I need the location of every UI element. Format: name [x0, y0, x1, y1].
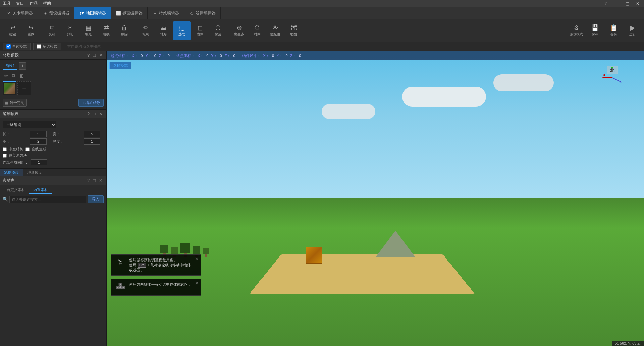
asset-help-icon[interactable]: ? — [86, 178, 91, 183]
game-mode-button[interactable]: ⚙ 游戏模式 — [568, 21, 585, 40]
tab-logic-editor[interactable]: ◇ 逻辑编辑器 — [184, 7, 221, 19]
end-x-label: X： — [198, 53, 204, 58]
single-select-checkbox[interactable] — [6, 44, 11, 49]
preset-editor-icon: ◈ — [43, 11, 48, 16]
spacing-input[interactable] — [31, 159, 47, 165]
cut-button[interactable]: ✂ 剪切 — [61, 21, 79, 40]
brush-type-select[interactable]: 半球笔刷 — [3, 121, 56, 128]
terrain-button[interactable]: ⛰ 地形 — [155, 21, 172, 40]
material-item-empty[interactable]: + — [17, 81, 31, 95]
add-component-btn[interactable]: + 增加成分 — [78, 99, 104, 107]
menu-help[interactable]: 帮助 — [43, 1, 51, 6]
start-coord-group: 起点坐标： X： 0 Y： 0 Z： 0 — [111, 53, 170, 58]
minimize-btn[interactable]: — — [613, 1, 621, 7]
arrow-keys-icon — [115, 282, 126, 293]
asset-tab-builtin[interactable]: 内置素材 — [29, 186, 52, 194]
spawn-button[interactable]: ⊕ 出生点 — [230, 21, 248, 40]
material-help-icon[interactable]: ? — [86, 52, 91, 58]
preset-edit-icon[interactable]: ✏ — [3, 72, 9, 79]
tab-ui-editor[interactable]: ⬜ 界面编辑器 — [111, 7, 148, 19]
brush-minimize-icon[interactable]: □ — [92, 111, 97, 117]
replace-icon: ⇄ — [104, 25, 109, 31]
preset-add-btn[interactable]: + — [19, 62, 26, 70]
menu-tool[interactable]: 工具 — [3, 1, 11, 6]
erase-button[interactable]: ◻ 擦除 — [191, 21, 209, 40]
asset-tab-custom[interactable]: 自定义素材 — [3, 186, 29, 194]
material-close-icon[interactable]: ✕ — [98, 52, 104, 58]
tab-preset-editor[interactable]: ◈ 预设编辑器 — [38, 7, 74, 19]
game-scene — [107, 51, 644, 346]
start-y-label: Y： — [145, 53, 151, 58]
brush-preset-tab[interactable]: 笔刷预设 — [0, 169, 23, 176]
start-x-value: 0 — [141, 54, 143, 58]
end-x-value: 0 — [206, 54, 208, 58]
asset-tabs: 自定义素材 内置素材 — [0, 185, 106, 195]
length-input[interactable] — [30, 131, 47, 137]
composite-btn[interactable]: ▦ 混合定制 — [3, 99, 27, 107]
material-preset-section: 材质预设 ? □ ✕ 预设1 + ✏ ⧉ 🗑 — [0, 51, 106, 110]
thickness-input[interactable] — [84, 138, 100, 145]
time-button[interactable]: ⏱ 时间 — [249, 21, 266, 40]
delete-button[interactable]: 🗑 删除 — [116, 21, 133, 40]
asset-minimize-icon[interactable]: □ — [92, 178, 97, 183]
maximize-btn[interactable]: ▢ — [624, 1, 631, 7]
replace-button[interactable]: ⇄ 替换 — [98, 21, 115, 40]
tooltip-arrow-close[interactable]: ✕ — [195, 281, 199, 286]
tab-fx-editor[interactable]: ✦ 特效编辑器 — [148, 7, 184, 19]
size-coord-group: 物件尺寸： X： 0 Y： 0 Z： 0 — [242, 53, 301, 58]
straight-checkbox[interactable] — [25, 147, 30, 151]
asset-search-input[interactable] — [9, 196, 86, 203]
grass-block-preview — [4, 83, 15, 94]
multi-select-checkbox[interactable] — [37, 44, 41, 49]
hollow-checkbox[interactable] — [3, 147, 7, 151]
preset-tab-1[interactable]: 预设1 — [3, 63, 17, 70]
help-btn[interactable]: ?- — [602, 1, 610, 7]
menu-work[interactable]: 作品 — [30, 1, 38, 6]
run-button[interactable]: ▶ 运行 — [624, 21, 641, 40]
overlay-row: 覆盖原方块 — [3, 153, 104, 158]
undo-button[interactable]: ↩ 撤销 — [4, 21, 21, 40]
copy-button[interactable]: ⧉ 复制 — [43, 21, 61, 40]
map-button[interactable]: 🗺 地图 — [285, 21, 302, 40]
tooltip-scroll-close[interactable]: ✕ — [195, 256, 199, 262]
pen-button[interactable]: ✏ 笔刷 — [137, 21, 154, 40]
brush-preset-section: 笔刷预设 ? □ ✕ 半球笔刷 长： 宽： 高： 厚度： — [0, 110, 106, 168]
select-button[interactable]: ⬚ 选取 — [173, 21, 191, 40]
end-coord-group: 终点坐标： X： 0 Y： 0 Z： 0 — [176, 53, 235, 58]
start-z-label: Z： — [159, 53, 165, 58]
import-button[interactable]: 导入 — [88, 195, 104, 203]
redo-button[interactable]: ↪ 重做 — [22, 21, 40, 40]
overlay-checkbox[interactable] — [3, 154, 7, 158]
brush-close-icon[interactable]: ✕ — [98, 111, 104, 117]
edit-group: ⧉ 复制 ✂ 剪切 ▦ 填充 ⇄ 替换 🗑 删除 — [42, 21, 135, 41]
height-input[interactable] — [30, 138, 47, 145]
start-z-value: 0 — [168, 54, 170, 58]
preset-delete-icon[interactable]: 🗑 — [18, 72, 25, 79]
straight-label: 直线生成 — [32, 147, 46, 152]
material-item-grass[interactable] — [3, 81, 16, 95]
pen-icon: ✏ — [143, 25, 148, 31]
asset-library-header: 素材库 ? □ ✕ — [0, 176, 106, 185]
rubber-button[interactable]: ⬡ 橡皮 — [209, 21, 227, 40]
width-input[interactable] — [84, 131, 100, 137]
save-button[interactable]: 💾 保存 — [586, 21, 604, 40]
arrow-keys-svg — [116, 283, 125, 292]
material-minimize-icon[interactable]: □ — [92, 52, 97, 58]
visibility-button[interactable]: 👁 能见度 — [267, 21, 284, 40]
brush-params: 长： 宽： 高： 厚度： — [3, 131, 104, 145]
asset-close-icon[interactable]: ✕ — [98, 178, 104, 183]
tab-map-editor[interactable]: 🗺 地图编辑器 — [74, 7, 111, 19]
checkbox-single-select[interactable]: 单选模式 — [3, 43, 31, 50]
tab-close-editor[interactable]: ✕ 关卡编辑器 — [1, 7, 38, 19]
menu-window[interactable]: 窗口 — [16, 1, 24, 6]
checkbox-multi-select[interactable]: 多选模式 — [33, 43, 61, 50]
preset-copy-icon[interactable]: ⧉ — [11, 72, 17, 79]
terrain-preset-tab[interactable]: 地形预设 — [23, 169, 46, 176]
backup-button[interactable]: 📋 备份 — [605, 21, 623, 40]
sky — [107, 51, 644, 213]
viewport[interactable]: 起点坐标： X： 0 Y： 0 Z： 0 终点坐标： X： 0 Y： 0 Z： … — [107, 51, 644, 346]
brush-preset-header: 笔刷预设 ? □ ✕ — [0, 110, 106, 118]
close-btn[interactable]: ✕ — [634, 1, 641, 7]
brush-help-icon[interactable]: ? — [86, 111, 91, 117]
fill-button[interactable]: ▦ 填充 — [79, 21, 97, 40]
